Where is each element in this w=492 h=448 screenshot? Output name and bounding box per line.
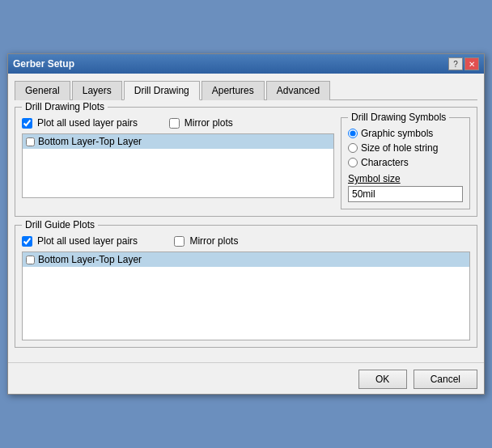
guide-layer-checkbox[interactable]: [26, 256, 35, 264]
tab-layers[interactable]: Layers: [72, 81, 122, 100]
drill-guide-layer-list[interactable]: Bottom Layer-Top Layer: [22, 251, 470, 340]
characters-row: Characters: [348, 157, 463, 168]
size-hole-row: Size of hole string: [348, 142, 463, 154]
symbol-size-input[interactable]: [348, 186, 463, 202]
symbol-size-label: Symbol size: [348, 173, 463, 184]
title-bar: Gerber Setup ? ✕: [8, 54, 484, 74]
graphic-symbols-radio[interactable]: [348, 129, 358, 138]
title-bar-buttons: ? ✕: [448, 57, 479, 70]
tab-general[interactable]: General: [15, 81, 70, 100]
help-button[interactable]: ?: [448, 57, 463, 70]
layer-checkbox[interactable]: [26, 137, 35, 146]
drill-drawing-plots-label: Drill Drawing Plots: [22, 101, 108, 112]
drill-drawing-content: Plot all used layer pairs Mirror plots B…: [22, 117, 470, 209]
guide-plot-all-label: Plot all used layer pairs: [37, 235, 138, 247]
symbols-group-label: Drill Drawing Symbols: [348, 112, 449, 123]
tab-bar: General Layers Drill Drawing Apertures A…: [15, 80, 477, 100]
guide-plot-all-checkbox[interactable]: [22, 236, 32, 247]
guide-layer-list-item[interactable]: Bottom Layer-Top Layer: [23, 252, 469, 267]
tab-apertures[interactable]: Apertures: [201, 81, 265, 100]
drill-drawing-plots-group: Drill Drawing Plots Plot all used layer …: [15, 107, 477, 217]
bottom-bar: OK Cancel: [8, 362, 484, 394]
drill-drawing-right: Drill Drawing Symbols Graphic symbols Si…: [341, 117, 470, 209]
characters-label: Characters: [361, 157, 409, 168]
drill-guide-plots-group: Drill Guide Plots Plot all used layer pa…: [15, 225, 477, 348]
layer-list-item[interactable]: Bottom Layer-Top Layer: [23, 134, 333, 149]
graphic-symbols-label: Graphic symbols: [361, 128, 433, 139]
drill-guide-plots-label: Drill Guide Plots: [22, 219, 98, 230]
characters-radio[interactable]: [348, 158, 358, 167]
ok-button[interactable]: OK: [358, 370, 407, 389]
plot-all-checkbox[interactable]: [22, 118, 32, 129]
symbols-group: Drill Drawing Symbols Graphic symbols Si…: [341, 117, 470, 209]
close-button[interactable]: ✕: [464, 57, 479, 70]
cancel-button[interactable]: Cancel: [414, 370, 477, 389]
plot-all-label: Plot all used layer pairs: [37, 117, 138, 129]
drill-drawing-left: Plot all used layer pairs Mirror plots B…: [22, 117, 334, 209]
drill-drawing-layer-list[interactable]: Bottom Layer-Top Layer: [22, 133, 334, 198]
layer-name: Bottom Layer-Top Layer: [38, 136, 142, 147]
guide-layer-name: Bottom Layer-Top Layer: [38, 254, 142, 265]
content-area: General Layers Drill Drawing Apertures A…: [8, 74, 484, 362]
mirror-checkbox[interactable]: [169, 118, 180, 129]
guide-plot-all-row: Plot all used layer pairs Mirror plots: [22, 235, 470, 247]
window-title: Gerber Setup: [13, 58, 74, 70]
main-window: Gerber Setup ? ✕ General Layers Drill Dr…: [7, 53, 485, 395]
size-hole-radio[interactable]: [348, 143, 358, 153]
guide-mirror-label: Mirror plots: [189, 235, 238, 247]
guide-mirror-checkbox[interactable]: [174, 236, 184, 247]
graphic-symbols-row: Graphic symbols: [348, 128, 463, 139]
mirror-label: Mirror plots: [184, 117, 233, 129]
plot-all-row: Plot all used layer pairs Mirror plots: [22, 117, 334, 129]
tab-advanced[interactable]: Advanced: [266, 81, 330, 100]
tab-drill-drawing[interactable]: Drill Drawing: [124, 81, 200, 100]
size-hole-label: Size of hole string: [361, 142, 438, 154]
